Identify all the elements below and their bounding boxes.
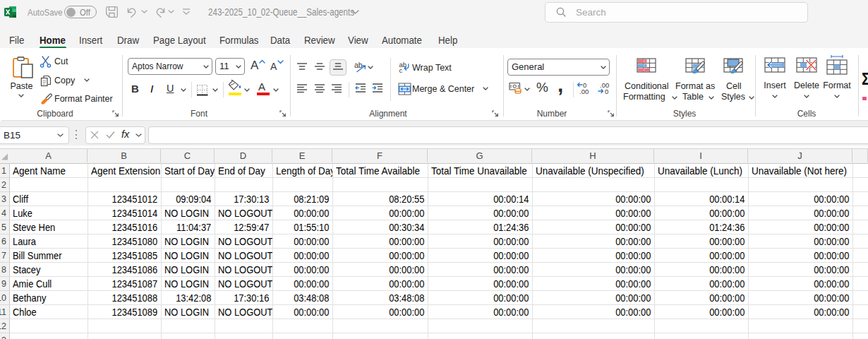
- svg-text:0: 0: [605, 88, 608, 95]
- svg-text:c: c: [399, 66, 403, 73]
- svg-text:.00: .00: [579, 88, 589, 95]
